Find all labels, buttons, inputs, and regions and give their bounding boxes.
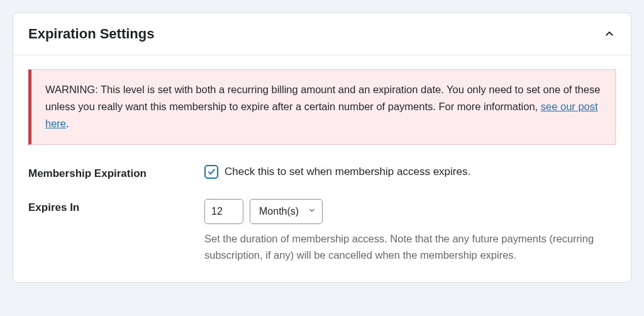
membership-expiration-label: Membership Expiration	[28, 165, 204, 180]
warning-suffix: .	[66, 118, 69, 129]
expires-in-value-input[interactable]	[204, 199, 243, 224]
warning-notice: WARNING: This level is set with both a r…	[28, 69, 616, 145]
expires-in-row: Expires In Month(s) Set the duration of …	[28, 199, 616, 264]
expires-in-inputs: Month(s)	[204, 199, 616, 224]
membership-expiration-checkbox[interactable]	[204, 165, 218, 179]
membership-expiration-row: Membership Expiration Check this to set …	[28, 165, 616, 180]
chevron-up-icon	[603, 28, 616, 40]
warning-text: This level is set with both a recurring …	[45, 84, 600, 112]
expires-in-unit-select[interactable]: Month(s)	[250, 199, 323, 224]
expires-in-help-text: Set the duration of membership access. N…	[204, 230, 616, 264]
expires-in-unit-wrap: Month(s)	[250, 199, 323, 224]
panel-title: Expiration Settings	[28, 26, 154, 42]
membership-expiration-control: Check this to set when membership access…	[204, 165, 616, 179]
expires-in-label: Expires In	[28, 199, 204, 214]
membership-expiration-description: Check this to set when membership access…	[225, 166, 470, 178]
expires-in-control: Month(s) Set the duration of membership …	[204, 199, 616, 264]
warning-prefix: WARNING:	[45, 84, 101, 95]
panel-body: WARNING: This level is set with both a r…	[13, 55, 631, 282]
panel-header[interactable]: Expiration Settings	[13, 13, 631, 55]
checkbox-row: Check this to set when membership access…	[204, 165, 616, 179]
expiration-settings-panel: Expiration Settings WARNING: This level …	[13, 13, 631, 283]
